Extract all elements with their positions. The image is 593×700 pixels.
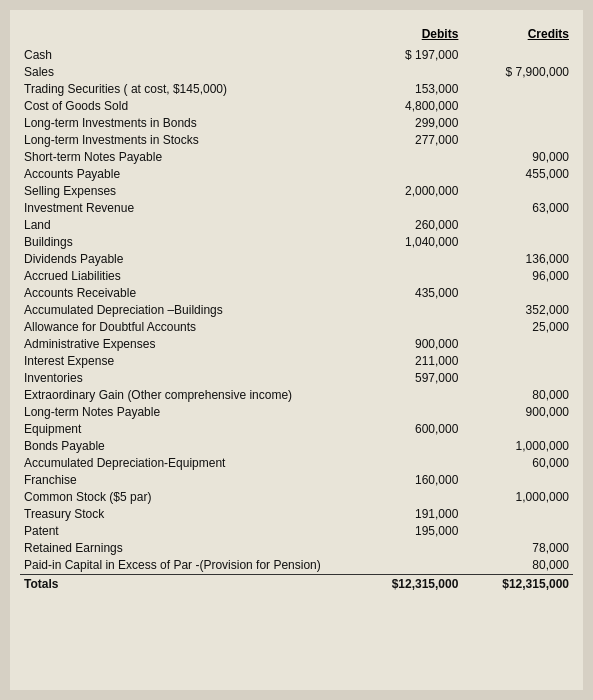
row-debit-24 (352, 455, 463, 472)
table-row: Administrative Expenses900,000 (20, 336, 573, 353)
row-debit-21 (352, 404, 463, 421)
row-label-9: Investment Revenue (20, 200, 352, 217)
row-credit-20: 80,000 (462, 387, 573, 404)
row-credit-18 (462, 353, 573, 370)
row-label-7: Accounts Payable (20, 166, 352, 183)
row-debit-9 (352, 200, 463, 217)
row-label-15: Accumulated Depreciation –Buildings (20, 302, 352, 319)
table-row: Treasury Stock191,000 (20, 506, 573, 523)
row-credit-24: 60,000 (462, 455, 573, 472)
row-label-31: Totals (20, 574, 352, 592)
row-label-25: Franchise (20, 472, 352, 489)
row-label-24: Accumulated Depreciation-Equipment (20, 455, 352, 472)
table-row: Dividends Payable136,000 (20, 251, 573, 268)
table-row: Retained Earnings78,000 (20, 540, 573, 557)
table-row: Paid-in Capital in Excess of Par -(Provi… (20, 557, 573, 575)
row-credit-21: 900,000 (462, 404, 573, 421)
row-credit-5 (462, 132, 573, 149)
row-credit-26: 1,000,000 (462, 489, 573, 506)
row-credit-7: 455,000 (462, 166, 573, 183)
credits-header: Credits (462, 25, 573, 47)
row-label-10: Land (20, 217, 352, 234)
row-label-21: Long-term Notes Payable (20, 404, 352, 421)
table-row: Franchise160,000 (20, 472, 573, 489)
table-row: Cash$ 197,000 (20, 47, 573, 64)
row-label-16: Allowance for Doubtful Accounts (20, 319, 352, 336)
row-credit-29: 78,000 (462, 540, 573, 557)
row-credit-22 (462, 421, 573, 438)
table-row: Common Stock ($5 par)1,000,000 (20, 489, 573, 506)
row-label-4: Long-term Investments in Bonds (20, 115, 352, 132)
row-label-3: Cost of Goods Sold (20, 98, 352, 115)
table-row: Bonds Payable1,000,000 (20, 438, 573, 455)
row-debit-7 (352, 166, 463, 183)
row-debit-27: 191,000 (352, 506, 463, 523)
row-debit-5: 277,000 (352, 132, 463, 149)
table-row: Totals$12,315,000$12,315,000 (20, 574, 573, 592)
row-debit-14: 435,000 (352, 285, 463, 302)
row-debit-0: $ 197,000 (352, 47, 463, 64)
row-debit-28: 195,000 (352, 523, 463, 540)
table-row: Selling Expenses2,000,000 (20, 183, 573, 200)
row-credit-9: 63,000 (462, 200, 573, 217)
table-row: Accounts Receivable435,000 (20, 285, 573, 302)
row-credit-0 (462, 47, 573, 64)
row-debit-2: 153,000 (352, 81, 463, 98)
row-debit-25: 160,000 (352, 472, 463, 489)
row-debit-23 (352, 438, 463, 455)
row-debit-26 (352, 489, 463, 506)
row-label-29: Retained Earnings (20, 540, 352, 557)
row-credit-28 (462, 523, 573, 540)
row-credit-4 (462, 115, 573, 132)
row-credit-3 (462, 98, 573, 115)
row-label-14: Accounts Receivable (20, 285, 352, 302)
debits-header: Debits (352, 25, 463, 47)
row-credit-25 (462, 472, 573, 489)
table-row: Cost of Goods Sold4,800,000 (20, 98, 573, 115)
row-label-19: Inventories (20, 370, 352, 387)
row-credit-8 (462, 183, 573, 200)
row-debit-4: 299,000 (352, 115, 463, 132)
row-debit-17: 900,000 (352, 336, 463, 353)
row-label-27: Treasury Stock (20, 506, 352, 523)
row-debit-10: 260,000 (352, 217, 463, 234)
row-debit-31: $12,315,000 (352, 574, 463, 592)
row-credit-13: 96,000 (462, 268, 573, 285)
row-debit-19: 597,000 (352, 370, 463, 387)
row-debit-3: 4,800,000 (352, 98, 463, 115)
table-row: Patent195,000 (20, 523, 573, 540)
row-label-2: Trading Securities ( at cost, $145,000) (20, 81, 352, 98)
table-row: Interest Expense211,000 (20, 353, 573, 370)
row-credit-6: 90,000 (462, 149, 573, 166)
row-label-5: Long-term Investments in Stocks (20, 132, 352, 149)
row-label-13: Accrued Liabilities (20, 268, 352, 285)
row-debit-6 (352, 149, 463, 166)
table-row: Long-term Notes Payable900,000 (20, 404, 573, 421)
table-row: Accounts Payable455,000 (20, 166, 573, 183)
table-row: Land260,000 (20, 217, 573, 234)
row-credit-15: 352,000 (462, 302, 573, 319)
row-credit-16: 25,000 (462, 319, 573, 336)
trial-balance-table: Debits Credits Cash$ 197,000Sales$ 7,900… (20, 25, 573, 592)
row-label-6: Short-term Notes Payable (20, 149, 352, 166)
row-debit-16 (352, 319, 463, 336)
row-label-30: Paid-in Capital in Excess of Par -(Provi… (20, 557, 352, 575)
table-row: Accumulated Depreciation-Equipment60,000 (20, 455, 573, 472)
table-row: Equipment600,000 (20, 421, 573, 438)
main-container: Debits Credits Cash$ 197,000Sales$ 7,900… (10, 10, 583, 690)
row-debit-18: 211,000 (352, 353, 463, 370)
row-label-8: Selling Expenses (20, 183, 352, 200)
row-debit-15 (352, 302, 463, 319)
row-debit-11: 1,040,000 (352, 234, 463, 251)
row-label-26: Common Stock ($5 par) (20, 489, 352, 506)
table-row: Accumulated Depreciation –Buildings352,0… (20, 302, 573, 319)
row-credit-11 (462, 234, 573, 251)
row-credit-19 (462, 370, 573, 387)
row-debit-29 (352, 540, 463, 557)
row-credit-14 (462, 285, 573, 302)
row-label-28: Patent (20, 523, 352, 540)
row-credit-1: $ 7,900,000 (462, 64, 573, 81)
row-credit-30: 80,000 (462, 557, 573, 575)
table-row: Short-term Notes Payable90,000 (20, 149, 573, 166)
label-header (20, 25, 352, 47)
